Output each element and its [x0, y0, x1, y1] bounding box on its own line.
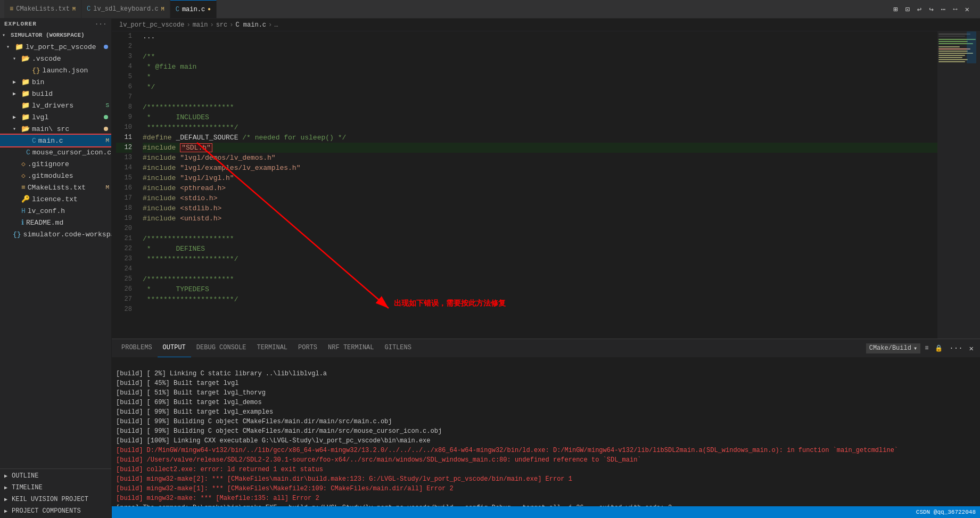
- csdn-label: CSDN @qq_36722048: [916, 509, 976, 515]
- build-arrow: ▶: [13, 91, 21, 97]
- sidebar-item-lv-port[interactable]: ▾ 📁 lv_port_pc_vscode: [0, 41, 111, 53]
- tab-ports[interactable]: PORTS: [293, 339, 323, 358]
- tab-main[interactable]: C main.c ●: [170, 0, 217, 18]
- mouse-cursor-icon: C: [26, 149, 30, 157]
- open-changes-icon[interactable]: ↔: [951, 4, 959, 14]
- licence-icon: 🔑: [21, 195, 30, 203]
- minimap-svg: [937, 31, 980, 339]
- licence-label: licence.txt: [32, 195, 111, 203]
- go-forward-icon[interactable]: ↪: [927, 4, 935, 15]
- lvgl-dot: [104, 115, 108, 119]
- tab-gitlens[interactable]: GITLENS: [380, 339, 417, 358]
- sidebar-item-cmakelists[interactable]: ≡ CMakeLists.txt M: [0, 182, 111, 193]
- launch-json-icon: {}: [32, 67, 40, 75]
- main-src-label: main\ src: [32, 125, 104, 133]
- sidebar-item-lvgl[interactable]: ▶ 📁 lvgl: [0, 111, 111, 123]
- output-panel[interactable]: [build] [ 2%] Linking C static library .…: [112, 357, 980, 506]
- code-line-21: /*********************: [143, 234, 937, 244]
- tab-nrf-terminal[interactable]: NRF TERMINAL: [323, 339, 379, 358]
- tab-main-label: main.c: [182, 6, 205, 13]
- sidebar-item-gitignore[interactable]: ◇ .gitignore: [0, 158, 111, 170]
- cmakelists-icon: ≡: [21, 184, 26, 192]
- tab-cmake-label: CMakeLists.txt: [16, 5, 70, 13]
- lv-conf-label: lv_conf.h: [28, 207, 111, 215]
- tab-terminal[interactable]: TERMINAL: [251, 339, 293, 358]
- svg-rect-12: [938, 59, 968, 60]
- cmake-build-dropdown[interactable]: CMake/Build ▾: [866, 343, 920, 353]
- panel-action-2[interactable]: 🔒: [933, 343, 945, 353]
- main-src-icon: 📂: [21, 125, 30, 133]
- output-line-2: [build] [ 45%] Built target lvgl: [116, 379, 976, 388]
- sidebar-item-mouse-cursor[interactable]: C mouse_cursor_icon.c: [0, 146, 111, 158]
- sidebar-tree: ▾ SIMULATOR (WORKSPACE) ▾ 📁 lv_port_pc_v…: [0, 29, 111, 468]
- gitignore-icon: ◇: [21, 160, 26, 168]
- svg-rect-8: [938, 51, 968, 52]
- output-line-4: [build] [ 69%] Built target lvgl_demos: [116, 398, 976, 407]
- workspace-label[interactable]: ▾ SIMULATOR (WORKSPACE): [0, 29, 111, 41]
- tab-output[interactable]: OUTPUT: [158, 339, 191, 358]
- svg-rect-11: [938, 57, 962, 58]
- keil-item[interactable]: ▶ KEIL UVISION PROJECT: [0, 494, 111, 505]
- lvgl-arrow: ▶: [13, 114, 21, 120]
- sidebar-item-main-src[interactable]: ▾ 📂 main\ src: [0, 123, 111, 135]
- code-editor[interactable]: 1 2 3 4 5 6 7 8 9 10 11 12 13 14 15 16 1…: [112, 31, 980, 339]
- tab-debug-console[interactable]: DEBUG CONSOLE: [191, 339, 252, 358]
- close-editors-icon[interactable]: ✕: [963, 4, 971, 15]
- code-content[interactable]: ... /** * @file main * */ /*************…: [138, 31, 937, 339]
- sidebar-item-lv-drivers[interactable]: 📁 lv_drivers S: [0, 100, 111, 111]
- tab-keyboard-label: lv_sdl_keyboard.c: [93, 5, 158, 13]
- project-components-item[interactable]: ▶ PROJECT COMPONENTS: [0, 505, 111, 517]
- panel-close-icon[interactable]: ✕: [967, 343, 976, 354]
- sidebar-item-main-c[interactable]: C main.c M: [0, 135, 111, 146]
- sidebar-item-vscode[interactable]: ▾ 📂 .vscode: [0, 53, 111, 64]
- tab-cmake[interactable]: ≡ CMakeLists.txt M: [4, 0, 81, 18]
- more-actions-icon[interactable]: ⋯: [939, 4, 948, 15]
- code-line-27: *********************/: [143, 294, 937, 305]
- sidebar-item-bin[interactable]: ▶ 📁 bin: [0, 76, 111, 88]
- statusbar-right: CSDN @qq_36722048: [916, 509, 976, 515]
- code-line-16: #include <pthread.h>: [143, 183, 937, 193]
- panel-tabs: PROBLEMS OUTPUT DEBUG CONSOLE TERMINAL P…: [112, 339, 980, 357]
- code-line-4: * @file main: [143, 62, 937, 72]
- layout-icon[interactable]: ⊡: [903, 4, 911, 15]
- sidebar-item-build[interactable]: ▶ 📁 build: [0, 88, 111, 100]
- panel-action-1[interactable]: ≡: [923, 343, 930, 353]
- lvgl-icon: 📁: [21, 113, 30, 121]
- sidebar-item-readme[interactable]: ℹ README.md: [0, 217, 111, 228]
- project-components-label: PROJECT COMPONENTS: [12, 507, 81, 515]
- code-line-3: /**: [143, 52, 937, 62]
- tab-problems[interactable]: PROBLEMS: [116, 339, 158, 358]
- go-back-icon[interactable]: ↩: [915, 4, 924, 15]
- split-editor-icon[interactable]: ⊞: [891, 4, 900, 15]
- output-line-1: [build] [ 2%] Linking C static library .…: [116, 369, 976, 379]
- sidebar-item-lv-conf[interactable]: H lv_conf.h: [0, 205, 111, 217]
- sidebar-item-licence[interactable]: 🔑 licence.txt: [0, 193, 111, 205]
- sidebar-item-simulator-ws[interactable]: {} simulator.code-workspace M: [0, 228, 111, 240]
- tabs-area: ≡ CMakeLists.txt M C lv_sdl_keyboard.c M…: [4, 0, 887, 18]
- lv-port-label: lv_port_pc_vscode: [26, 43, 104, 51]
- outline-item[interactable]: ▶ OUTLINE: [0, 470, 111, 482]
- titlebar: ≡ CMakeLists.txt M C lv_sdl_keyboard.c M…: [0, 0, 980, 19]
- breadcrumb-part2: main: [193, 21, 208, 29]
- sidebar-item-launch-json[interactable]: {} launch.json: [0, 64, 111, 76]
- outline-arrow: ▶: [4, 473, 12, 479]
- panel-more-icon[interactable]: ···: [947, 343, 965, 353]
- output-line-6: [build] [ 99%] Building C object CMakeFi…: [116, 417, 976, 426]
- vscode-label: .vscode: [32, 55, 111, 63]
- main-src-dot: [104, 127, 108, 131]
- output-line-11: [build] collect2.exe: error: ld returned…: [116, 465, 976, 474]
- tab-keyboard[interactable]: C lv_sdl_keyboard.c M: [81, 0, 170, 18]
- sidebar: EXPLORER ··· ▾ SIMULATOR (WORKSPACE) ▾ 📁…: [0, 19, 112, 518]
- code-line-22: * DEFINES: [143, 244, 937, 254]
- timeline-item[interactable]: ▶ TIMELINE: [0, 482, 111, 494]
- code-line-13: #include "lvgl/demos/lv_demos.h": [143, 153, 937, 163]
- code-line-5: *: [143, 72, 937, 82]
- more-icon[interactable]: ···: [95, 21, 107, 27]
- svg-rect-1: [938, 34, 970, 35]
- sidebar-item-gitmodules[interactable]: ◇ .gitmodules: [0, 170, 111, 182]
- line-numbers: 1 2 3 4 5 6 7 8 9 10 11 12 13 14 15 16 1…: [112, 31, 138, 339]
- output-line-0: [116, 359, 976, 369]
- code-line-20: [143, 224, 937, 234]
- breadcrumb-ellipsis: …: [274, 21, 278, 29]
- breadcrumb-sep1: ›: [186, 21, 190, 29]
